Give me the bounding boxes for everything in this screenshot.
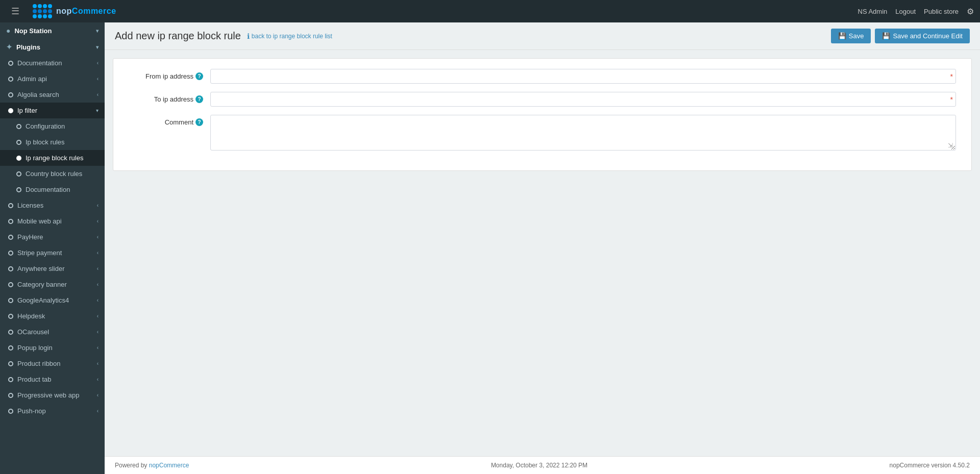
from-ip-required: * <box>950 72 953 81</box>
sidebar-label: Stripe payment <box>17 249 93 257</box>
sidebar-item-anywhere-slider[interactable]: Anywhere slider ‹ <box>0 261 105 277</box>
sidebar-item-plugins[interactable]: ✦ Plugins ▾ <box>0 39 105 55</box>
dot-icon <box>8 314 13 319</box>
back-link-text: back to ip range block rule list <box>252 33 332 40</box>
sidebar-item-ip-range-block-rules[interactable]: Ip range block rules <box>0 150 105 166</box>
save-continue-button[interactable]: 💾 Save and Continue Edit <box>875 29 970 43</box>
from-ip-help-icon[interactable]: ? <box>195 72 203 80</box>
comment-label: Comment ? <box>129 115 210 126</box>
dot-icon <box>8 77 13 82</box>
chevron-icon: ‹ <box>97 203 99 208</box>
sidebar-item-google-analytics[interactable]: GoogleAnalytics4 ‹ <box>0 292 105 308</box>
dot-icon <box>8 393 13 398</box>
dot-icon <box>8 266 13 271</box>
sidebar-item-country-block-rules[interactable]: Country block rules <box>0 166 105 182</box>
logo-dots <box>33 4 52 18</box>
chevron-icon: ‹ <box>97 361 99 366</box>
save-continue-label: Save and Continue Edit <box>893 32 963 40</box>
from-ip-group: From ip address ? * <box>129 69 956 84</box>
to-ip-required: * <box>950 95 953 104</box>
footer-version: nopCommerce version 4.50.2 <box>890 462 970 469</box>
page-header-left: Add new ip range block rule ℹ back to ip… <box>115 30 332 42</box>
dot-icon <box>8 409 13 414</box>
sidebar-item-stripe-payment[interactable]: Stripe payment ‹ <box>0 245 105 261</box>
main-layout: ● Nop Station ▾ ✦ Plugins ▾ Documentatio… <box>0 22 980 474</box>
sidebar: ● Nop Station ▾ ✦ Plugins ▾ Documentatio… <box>0 22 105 474</box>
page-header: Add new ip range block rule ℹ back to ip… <box>105 22 980 50</box>
footer-brand-link[interactable]: nopCommerce <box>149 462 189 469</box>
sidebar-label: Ip range block rules <box>26 154 99 162</box>
comment-help-icon[interactable]: ? <box>195 118 203 126</box>
from-ip-label: From ip address ? <box>129 69 210 80</box>
puzzle-icon: ✦ <box>6 43 12 51</box>
chevron-icon: ‹ <box>97 250 99 256</box>
save-button[interactable]: 💾 Save <box>831 29 871 43</box>
info-icon: ℹ <box>247 32 250 40</box>
sidebar-item-ip-block-rules[interactable]: Ip block rules <box>0 134 105 150</box>
sidebar-item-documentation2[interactable]: Documentation <box>0 182 105 197</box>
dot-icon <box>8 108 13 113</box>
comment-group: Comment ? ⇲ <box>129 115 956 152</box>
sidebar-toggle-button[interactable]: ☰ <box>6 6 24 17</box>
sidebar-label: GoogleAnalytics4 <box>17 296 93 304</box>
settings-icon[interactable]: ⚙ <box>967 7 974 16</box>
sidebar-label: Country block rules <box>26 170 99 178</box>
chevron-icon: ‹ <box>97 218 99 224</box>
circle-icon: ● <box>6 27 10 35</box>
to-ip-wrapper: * <box>210 92 956 107</box>
sidebar-item-popup-login[interactable]: Popup login ‹ <box>0 340 105 356</box>
navbar-public-store[interactable]: Public store <box>924 8 959 15</box>
to-ip-input[interactable] <box>210 92 956 107</box>
navbar-user: NS Admin <box>858 8 888 15</box>
chevron-icon: ‹ <box>97 92 99 97</box>
dot-icon <box>16 140 21 145</box>
back-link[interactable]: ℹ back to ip range block rule list <box>247 32 332 40</box>
sidebar-item-nop-station[interactable]: ● Nop Station ▾ <box>0 22 105 39</box>
sidebar-item-ip-filter[interactable]: Ip filter ▾ <box>0 103 105 118</box>
dot-icon <box>8 345 13 351</box>
page-header-actions: 💾 Save 💾 Save and Continue Edit <box>831 29 970 43</box>
comment-textarea[interactable] <box>210 115 956 151</box>
sidebar-label: Configuration <box>26 122 99 130</box>
sidebar-item-documentation[interactable]: Documentation ‹ <box>0 55 105 71</box>
sidebar-label: PayHere <box>17 233 93 241</box>
from-ip-input[interactable] <box>210 69 956 84</box>
sidebar-label: Admin api <box>17 75 93 83</box>
chevron-down-icon: ▾ <box>96 108 99 113</box>
save-label: Save <box>849 32 864 40</box>
sidebar-item-product-tab[interactable]: Product tab ‹ <box>0 371 105 387</box>
sidebar-item-ocarousel[interactable]: OCarousel ‹ <box>0 324 105 340</box>
chevron-icon: ‹ <box>97 392 99 398</box>
sidebar-item-configuration[interactable]: Configuration <box>0 118 105 134</box>
comment-wrapper: ⇲ <box>210 115 956 152</box>
sidebar-label: Ip block rules <box>26 138 99 146</box>
top-navbar: ☰ nopCommerce NS Admin Logout Public sto… <box>0 0 980 22</box>
sidebar-item-progressive-web-app[interactable]: Progressive web app ‹ <box>0 387 105 403</box>
navbar-logout[interactable]: Logout <box>895 8 916 15</box>
sidebar-item-product-ribbon[interactable]: Product ribbon ‹ <box>0 356 105 371</box>
sidebar-item-algolia-search[interactable]: Algolia search ‹ <box>0 87 105 103</box>
form-card: From ip address ? * To ip address ? <box>113 58 972 171</box>
sidebar-label: Helpdesk <box>17 312 93 320</box>
sidebar-item-payhere[interactable]: PayHere ‹ <box>0 229 105 245</box>
sidebar-label: Progressive web app <box>17 391 93 399</box>
dot-icon <box>8 235 13 240</box>
sidebar-item-mobile-web-api[interactable]: Mobile web api ‹ <box>0 213 105 229</box>
sidebar-item-licenses[interactable]: Licenses ‹ <box>0 197 105 213</box>
sidebar-item-category-banner[interactable]: Category banner ‹ <box>0 277 105 292</box>
sidebar-label: Ip filter <box>17 107 92 114</box>
sidebar-label: Product ribbon <box>17 360 93 367</box>
sidebar-label: OCarousel <box>17 328 93 336</box>
to-ip-help-icon[interactable]: ? <box>195 95 203 103</box>
to-ip-group: To ip address ? * <box>129 92 956 107</box>
save-continue-icon: 💾 <box>882 32 890 40</box>
sidebar-plugins-label: Plugins <box>16 43 40 51</box>
dot-icon <box>8 219 13 224</box>
page-body: From ip address ? * To ip address ? <box>105 50 980 456</box>
page-footer: Powered by nopCommerce Monday, October 3… <box>105 456 980 474</box>
sidebar-item-admin-api[interactable]: Admin api ‹ <box>0 71 105 87</box>
chevron-icon: ‹ <box>97 297 99 303</box>
chevron-down-icon-plugins: ▾ <box>96 44 99 50</box>
sidebar-item-helpdesk[interactable]: Helpdesk ‹ <box>0 308 105 324</box>
sidebar-item-push-nop[interactable]: Push-nop ‹ <box>0 403 105 419</box>
